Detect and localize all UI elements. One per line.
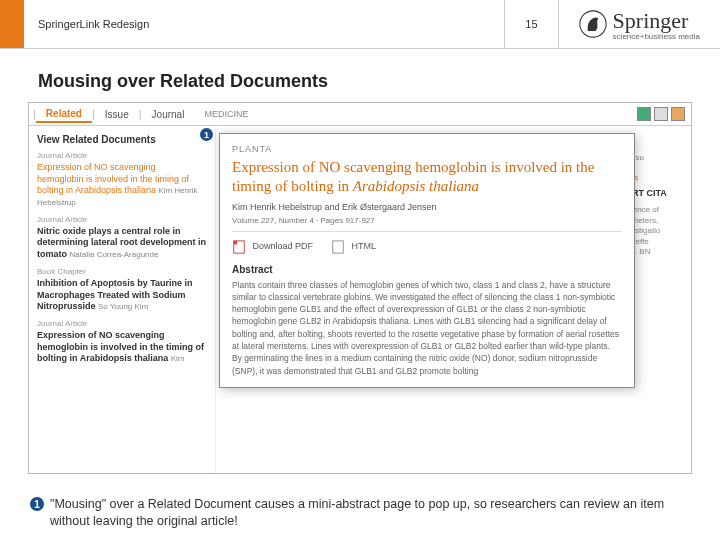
popup-authors: Kim Henrik Hebelstrup and Erik Østergaar… (232, 202, 622, 212)
accent-block (0, 0, 24, 48)
html-icon (331, 240, 345, 254)
tab-issue[interactable]: Issue (95, 107, 139, 122)
pdf-icon (232, 240, 246, 254)
callout-marker-1: 1 (200, 128, 213, 141)
related-item-link[interactable]: Inhibition of Apoptosis by Taurine in Ma… (37, 278, 207, 313)
tab-journal[interactable]: Journal (142, 107, 195, 122)
item-type: Journal Article (37, 151, 207, 160)
popup-article-title[interactable]: Expression of NO scavenging hemoglobin i… (232, 158, 622, 196)
toolbar-icons (637, 107, 691, 121)
section-title: Mousing over Related Documents (38, 71, 720, 92)
brand-logo: Springer science+business media (559, 8, 720, 41)
header-title: SpringerLink Redesign (38, 18, 504, 30)
screenshot-panel: | Related | Issue | Journal MEDICINE 1 V… (28, 102, 692, 474)
popup-download-links: Download PDF HTML (232, 240, 622, 254)
brand-name: Springer (613, 8, 700, 34)
horse-icon (579, 10, 607, 38)
rss-icon[interactable] (671, 107, 685, 121)
slide-header: SpringerLink Redesign 15 Springer scienc… (0, 0, 720, 49)
footer-text: "Mousing" over a Related Document causes… (50, 496, 690, 530)
footer-annotation: 1 "Mousing" over a Related Document caus… (30, 496, 690, 530)
abstract-text: Plants contain three classes of hemoglob… (232, 279, 622, 378)
callout-marker-1: 1 (30, 497, 44, 511)
related-item-link[interactable]: Nitric oxide plays a central role in det… (37, 226, 207, 261)
page-number: 15 (504, 0, 558, 48)
item-type: Book Chapter (37, 267, 207, 276)
save-icon[interactable] (654, 107, 668, 121)
view-html-link[interactable]: HTML (331, 240, 376, 254)
tab-related[interactable]: Related (36, 106, 92, 123)
brand-tagline: science+business media (613, 32, 700, 41)
popup-journal-name: PLANTA (232, 144, 622, 154)
tab-bar: | Related | Issue | Journal MEDICINE (29, 103, 691, 126)
related-sidebar: 1 View Related Documents Journal Article… (29, 126, 216, 474)
related-item-link[interactable]: Expression of NO scavenging hemoglobin i… (37, 162, 207, 209)
sidebar-heading: View Related Documents (37, 134, 207, 145)
breadcrumb: MEDICINE (204, 109, 248, 119)
related-item-link[interactable]: Expression of NO scavenging hemoglobin i… (37, 330, 207, 365)
item-type: Journal Article (37, 319, 207, 328)
svg-rect-2 (333, 240, 344, 252)
item-type: Journal Article (37, 215, 207, 224)
mini-abstract-popup: PLANTA Expression of NO scavenging hemog… (219, 133, 635, 388)
popup-volume-info: Volume 227, Number 4 · Pages 917-927 (232, 216, 622, 232)
download-pdf-link[interactable]: Download PDF (232, 240, 313, 254)
abstract-heading: Abstract (232, 264, 622, 275)
share-icon[interactable] (637, 107, 651, 121)
